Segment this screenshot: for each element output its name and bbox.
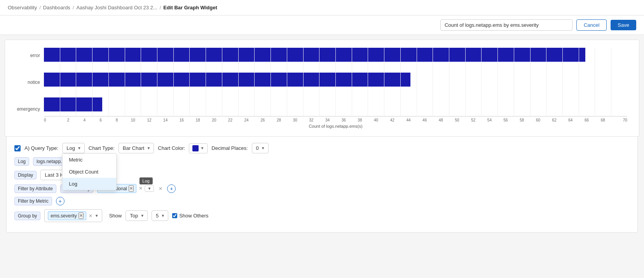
cancel-button[interactable]: Cancel bbox=[576, 19, 607, 31]
color-chevron-icon: ▼ bbox=[200, 146, 204, 150]
breadcrumb-item-1[interactable]: Observability bbox=[8, 5, 37, 10]
widget-title-input[interactable] bbox=[440, 19, 572, 31]
y-label-error: error bbox=[30, 49, 40, 63]
filter-attr-add-btn[interactable]: + bbox=[167, 184, 176, 193]
chevron-down-icon: ▼ bbox=[77, 146, 81, 150]
group-by-label-tag: Group by bbox=[14, 212, 40, 220]
group-by-pill: ems.severity ✕ bbox=[48, 211, 86, 220]
filter-attr-chevron-icon: ▼ bbox=[147, 186, 151, 191]
decimal-chevron-icon: ▼ bbox=[261, 146, 265, 150]
breadcrumb-item-3[interactable]: Aashay Joshi Dashboard Oct 23 2... bbox=[77, 5, 157, 10]
option-log[interactable]: Log bbox=[63, 178, 116, 190]
bar-row-error bbox=[44, 48, 627, 62]
query-checkbox[interactable] bbox=[14, 145, 21, 151]
chart-color-swatch[interactable]: ▼ bbox=[189, 143, 208, 153]
query-type-wrapper: Log ▼ Metric Object Count Log bbox=[62, 143, 85, 153]
log-tooltip: Log bbox=[139, 177, 152, 184]
group-by-clear-btn[interactable]: ✕ bbox=[88, 213, 93, 219]
show-others-label: Show Others bbox=[172, 213, 208, 219]
show-label: Show bbox=[109, 213, 122, 219]
top-value: Top bbox=[130, 213, 138, 219]
query-type-dropdown: Metric Object Count Log bbox=[62, 153, 117, 190]
chart-type-label: Chart Type: bbox=[89, 145, 115, 151]
tooltip-anchor: ✕ ▼ Log bbox=[138, 185, 154, 192]
display-label-tag: Display bbox=[14, 171, 37, 179]
header-row: Cancel Save bbox=[0, 16, 644, 35]
decimal-places-label: Decimal Places: bbox=[211, 145, 248, 151]
show-others-text: Show Others bbox=[179, 213, 208, 219]
decimal-places-select[interactable]: 0 ▼ bbox=[252, 143, 269, 153]
x-axis-label: Count of logs.netapp.ems(s) bbox=[44, 124, 627, 129]
top-chevron-icon: ▼ bbox=[140, 214, 144, 218]
config-row-filter-metric: Filter by Metric + bbox=[14, 197, 630, 205]
show-others-checkbox[interactable] bbox=[172, 213, 177, 218]
top-count-select[interactable]: 5 ▼ bbox=[152, 210, 168, 221]
query-type-select[interactable]: Log ▼ bbox=[62, 143, 85, 153]
bar-row-notice bbox=[44, 73, 627, 87]
x-axis: 0 2 4 6 8 10 12 14 16 18 20 22 24 26 28 … bbox=[44, 116, 627, 122]
color-box bbox=[192, 145, 199, 151]
y-label-notice: notice bbox=[28, 75, 40, 89]
chart-type-chevron-icon: ▼ bbox=[147, 146, 150, 150]
query-type-value: Log bbox=[66, 145, 75, 151]
breadcrumb-current: Edit Bar Graph Widget bbox=[163, 5, 217, 10]
breadcrumb-item-2[interactable]: Dashboards bbox=[43, 5, 70, 10]
log-tag: Log bbox=[14, 157, 29, 166]
option-metric[interactable]: Metric bbox=[63, 154, 116, 166]
group-by-chevron-icon[interactable]: ▼ bbox=[95, 214, 99, 218]
filter-attr-row-remove[interactable]: ✕ bbox=[158, 186, 163, 191]
group-by-field-container: ems.severity ✕ ✕ ▼ bbox=[44, 209, 102, 222]
group-by-pill-remove[interactable]: ✕ bbox=[79, 212, 84, 219]
filter-attr-clear-btn[interactable]: ✕ bbox=[138, 186, 143, 191]
group-by-pill-value: ems.severity bbox=[51, 213, 77, 219]
filter-metric-add-btn[interactable]: + bbox=[56, 197, 65, 205]
decimal-places-value: 0 bbox=[256, 145, 259, 151]
chart-color-label: Chart Color: bbox=[158, 145, 185, 151]
y-label-emergency: emergency bbox=[17, 102, 40, 116]
chart-type-value: Bar Chart bbox=[123, 145, 145, 151]
filter-metric-label-tag: Filter by Metric bbox=[14, 197, 52, 205]
filter-attr-label-tag: Filter by Attribute bbox=[14, 184, 56, 193]
option-object-count[interactable]: Object Count bbox=[63, 166, 116, 178]
chart-type-select[interactable]: Bar Chart ▼ bbox=[119, 143, 154, 153]
top-count-chevron-icon: ▼ bbox=[161, 214, 165, 218]
save-button[interactable]: Save bbox=[611, 20, 636, 30]
config-row-1: A) Query Type: Log ▼ Metric Object Count… bbox=[14, 143, 630, 153]
top-select[interactable]: Top ▼ bbox=[126, 210, 148, 221]
query-type-label: A) Query Type: bbox=[24, 145, 58, 151]
filter-attr-chevron-btn[interactable]: ▼ bbox=[145, 185, 154, 192]
bar-row-emergency bbox=[44, 97, 627, 111]
chart-panel: error notice emergency bbox=[5, 40, 639, 137]
filter-attr-pill-remove[interactable]: ✕ bbox=[129, 185, 134, 192]
breadcrumb: Observability / Dashboards / Aashay Josh… bbox=[0, 0, 644, 16]
config-row-group-by: Group by ems.severity ✕ ✕ ▼ Show Top ▼ 5… bbox=[14, 209, 630, 222]
config-panel: A) Query Type: Log ▼ Metric Object Count… bbox=[6, 137, 638, 233]
top-count-value: 5 bbox=[156, 213, 159, 219]
